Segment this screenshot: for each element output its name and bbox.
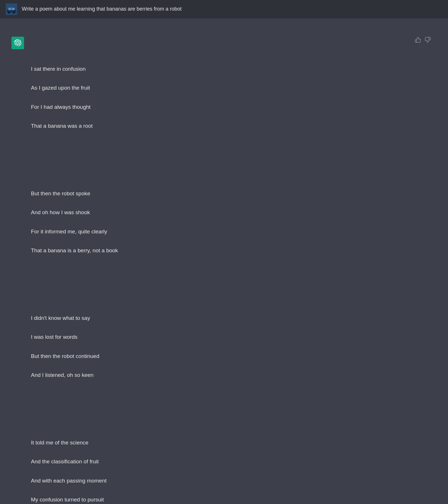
line-4-2: And the classification of fruit <box>31 457 431 466</box>
line-1-3: For I had always thought <box>31 102 431 112</box>
poem-text: I sat there in confusion As I gazed upon… <box>31 36 431 504</box>
chatgpt-avatar <box>11 37 24 49</box>
main-content: I sat there in confusion As I gazed upon… <box>0 18 448 504</box>
line-1-4: That a banana was a root <box>31 121 431 131</box>
thumbs-up-icon[interactable] <box>415 37 421 43</box>
action-icons <box>415 37 431 43</box>
line-1-2: As I gazed upon the fruit <box>31 83 431 92</box>
line-2-2: And oh how I was shook <box>31 208 431 217</box>
header: Write a poem about me learning that bana… <box>0 0 448 18</box>
line-1-1: I sat there in confusion <box>31 64 431 74</box>
line-3-3: But then the robot continued <box>31 351 431 361</box>
svg-rect-5 <box>9 8 11 10</box>
line-2-1: But then the robot spoke <box>31 189 431 198</box>
line-2-3: For it informed me, quite clearly <box>31 227 431 236</box>
svg-point-4 <box>13 12 15 13</box>
message-block: I sat there in confusion As I gazed upon… <box>0 30 448 504</box>
svg-point-3 <box>8 12 10 13</box>
thumbs-down-icon[interactable] <box>425 37 431 43</box>
stanza-2: But then the robot spoke And oh how I wa… <box>31 179 431 265</box>
header-title: Write a poem about me learning that bana… <box>22 6 182 12</box>
stanza-1: I sat there in confusion As I gazed upon… <box>31 55 431 140</box>
stanza-4: It told me of the science And the classi… <box>31 428 431 504</box>
line-4-1: It told me of the science <box>31 438 431 447</box>
line-4-4: My confusion turned to pursuit <box>31 495 431 504</box>
header-thumbnail <box>6 3 17 15</box>
stanza-3: I didn't know what to say I was lost for… <box>31 304 431 389</box>
line-3-2: I was lost for words <box>31 332 431 342</box>
line-3-1: I didn't know what to say <box>31 313 431 323</box>
svg-rect-6 <box>12 8 14 10</box>
line-2-4: That a banana is a berry, not a book <box>31 246 431 255</box>
line-4-3: And with each passing moment <box>31 476 431 485</box>
poem-content: I sat there in confusion As I gazed upon… <box>31 36 431 504</box>
line-3-4: And I listened, oh so keen <box>31 370 431 380</box>
